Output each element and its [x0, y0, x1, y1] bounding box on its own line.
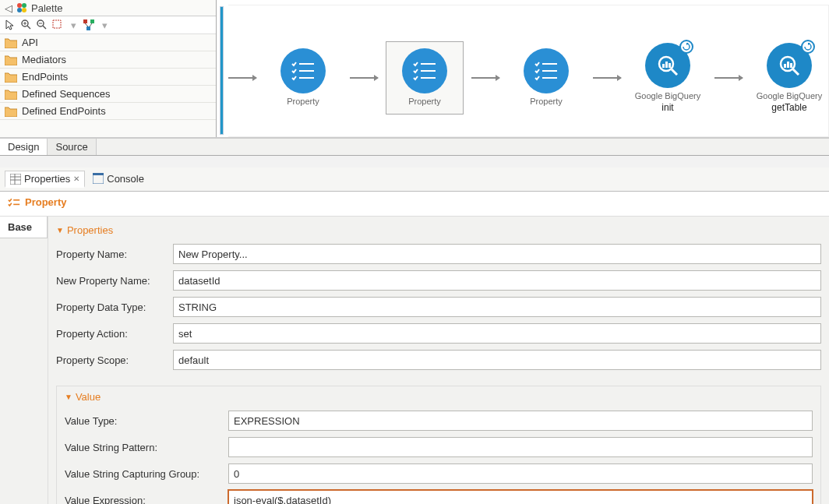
input-property-scope[interactable]: [173, 350, 821, 370]
row-property-name: Property Name:: [56, 244, 821, 264]
palette-item-mediators[interactable]: Mediators: [0, 51, 216, 69]
svg-line-32: [793, 69, 799, 75]
palette-title: Palette: [31, 2, 62, 14]
twistie-icon: ▼: [56, 226, 64, 234]
svg-line-9: [43, 26, 46, 29]
svg-point-1: [22, 3, 26, 8]
folder-icon: [5, 55, 17, 65]
palette-item-defined-endpoints[interactable]: Defined EndPoints: [0, 103, 216, 120]
view-tab-label: Properties: [24, 173, 70, 185]
sequence-start-block[interactable]: [220, 6, 224, 135]
cursor-icon[interactable]: [5, 19, 17, 31]
svg-rect-28: [662, 64, 665, 68]
views-tabs: Properties ✕ Console: [0, 167, 829, 192]
svg-point-2: [17, 8, 22, 12]
flow-arrow: [593, 77, 621, 79]
input-value-type[interactable]: [228, 411, 813, 431]
flow-arrow: [350, 77, 378, 79]
palette-item-api[interactable]: API: [0, 34, 216, 51]
flow-node-bigquery-init[interactable]: Google BigQuery init: [629, 37, 707, 118]
marquee-icon[interactable]: [51, 19, 64, 31]
input-property-action[interactable]: [173, 323, 821, 344]
label-property-data-type: Property Data Type:: [56, 301, 173, 313]
input-value-string-capturing-group[interactable]: [228, 463, 813, 484]
svg-rect-33: [784, 64, 786, 68]
palette-item-defined-sequences[interactable]: Defined Sequences: [0, 86, 216, 103]
input-value-string-pattern[interactable]: [228, 437, 813, 457]
label-value-expression: Value Expression:: [65, 495, 228, 505]
palette-item-endpoints[interactable]: EndPoints: [0, 69, 216, 86]
tree-icon[interactable]: [83, 19, 95, 31]
checklist-heading-icon: [8, 198, 20, 207]
svg-line-5: [27, 26, 30, 29]
palette-item-label: EndPoints: [22, 71, 68, 83]
canvas-panel[interactable]: Property Property Property: [217, 0, 829, 137]
view-tab-properties[interactable]: Properties ✕: [5, 171, 85, 188]
row-property-scope: Property Scope:: [56, 350, 821, 370]
view-tab-console[interactable]: Console: [88, 171, 149, 188]
palette-item-label: Mediators: [22, 54, 66, 65]
editor-mode-tabs: Design Source: [0, 138, 829, 156]
value-group: ▼Value Value Type: Value String Pattern:…: [56, 386, 821, 504]
row-value-string-capturing-group: Value String Capturing Group:: [65, 463, 813, 484]
palette-item-label: API: [22, 37, 38, 48]
node-sublabel: init: [661, 102, 673, 113]
node-label: Google BigQuery: [635, 91, 700, 101]
label-property-name: Property Name:: [56, 248, 173, 260]
svg-line-16: [90, 23, 92, 26]
section-value-title[interactable]: ▼Value: [57, 386, 820, 407]
node-sublabel: getTable: [771, 102, 806, 113]
svg-rect-41: [93, 173, 104, 175]
svg-rect-13: [90, 19, 94, 23]
flow-diagram: Property Property Property: [228, 5, 829, 137]
flow-node-property-2[interactable]: Property: [386, 41, 464, 114]
form-area: Base ▼Properties Property Name: New Prop…: [0, 217, 829, 504]
back-chevron-icon[interactable]: ◁: [5, 2, 12, 14]
checklist-icon: [280, 48, 326, 93]
row-new-property-name: New Property Name:: [56, 270, 821, 291]
palette-item-label: Defined Sequences: [22, 88, 110, 100]
node-label: Property: [408, 97, 441, 107]
row-value-expression: Value Expression:: [65, 490, 813, 504]
svg-point-0: [17, 3, 22, 8]
label-value-string-capturing-group: Value String Capturing Group:: [65, 468, 228, 480]
close-icon[interactable]: ✕: [73, 174, 79, 183]
label-property-scope: Property Scope:: [56, 354, 173, 366]
tab-source[interactable]: Source: [48, 139, 96, 155]
label-new-property-name: New Property Name:: [56, 275, 173, 287]
input-property-data-type[interactable]: [173, 297, 821, 317]
bigquery-icon: [767, 43, 812, 88]
label-value-string-pattern: Value String Pattern:: [65, 442, 228, 453]
view-tab-label: Console: [107, 173, 144, 185]
zoom-out-icon[interactable]: [36, 19, 48, 31]
checklist-icon: [524, 48, 569, 93]
flow-arrow: [228, 77, 256, 79]
folder-icon: [5, 37, 17, 48]
input-property-name[interactable]: [173, 244, 821, 264]
svg-rect-36: [10, 174, 21, 185]
flow-node-property-1[interactable]: Property: [264, 42, 342, 113]
tab-design[interactable]: Design: [0, 139, 48, 155]
palette-panel: ◁ Palette ▾ ▾ API Mediators EndPoints De…: [0, 0, 217, 137]
section-properties-title[interactable]: ▼Properties: [48, 220, 829, 241]
svg-line-15: [85, 23, 88, 26]
page-title: Property: [8, 196, 821, 208]
dropdown-sep-2: ▾: [98, 19, 111, 31]
flow-node-bigquery-gettable[interactable]: Google BigQuery getTable: [750, 37, 828, 118]
svg-rect-11: [53, 20, 61, 28]
section-title-text: Properties: [67, 224, 113, 236]
folder-icon: [5, 106, 17, 117]
node-label: Property: [287, 97, 319, 107]
svg-rect-30: [668, 63, 671, 68]
section-title-text: Value: [76, 391, 101, 403]
input-new-property-name[interactable]: [173, 270, 821, 291]
palette-swatch-icon: [16, 2, 28, 14]
sidebar-tab-base[interactable]: Base: [0, 217, 48, 238]
row-property-action: Property Action:: [56, 323, 821, 344]
flow-arrow: [471, 77, 499, 79]
palette-tree: API Mediators EndPoints Defined Sequence…: [0, 34, 216, 137]
form-main: ▼Properties Property Name: New Property …: [48, 217, 829, 504]
input-value-expression[interactable]: [228, 490, 813, 504]
zoom-in-icon[interactable]: [20, 19, 33, 31]
flow-node-property-3[interactable]: Property: [507, 42, 585, 113]
